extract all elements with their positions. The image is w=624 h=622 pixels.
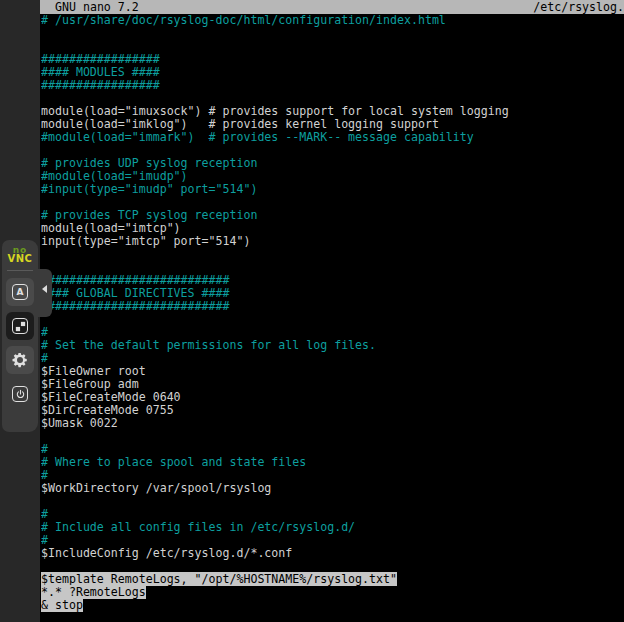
terminal-line: # Set the default permissions for all lo… — [41, 339, 624, 352]
terminal-line: #module(load="immark") # provides --MARK… — [41, 131, 624, 144]
fullscreen-button[interactable] — [6, 312, 34, 340]
settings-button[interactable] — [6, 346, 34, 374]
control-bar-divider — [7, 270, 33, 271]
editor-buffer[interactable]: # /usr/share/doc/rsyslog-doc/html/config… — [41, 14, 624, 622]
power-icon — [12, 386, 28, 402]
fullscreen-icon — [12, 318, 28, 334]
gear-icon — [11, 351, 29, 369]
nano-filename-label: /etc/rsyslog. — [533, 0, 624, 14]
terminal-line: $WorkDirectory /var/spool/rsyslog — [41, 482, 624, 495]
terminal-line — [41, 248, 624, 261]
terminal-line: $IncludeConfig /etc/rsyslog.d/*.conf — [41, 547, 624, 560]
terminal-line: ################# — [41, 79, 624, 92]
nano-version-label: GNU nano 7.2 — [40, 0, 139, 14]
vnc-control-bar: no VNC A — [2, 240, 38, 432]
terminal-line — [41, 430, 624, 443]
nano-titlebar: GNU nano 7.2 /etc/rsyslog. — [40, 0, 624, 14]
terminal-line: # /usr/share/doc/rsyslog-doc/html/config… — [41, 14, 624, 27]
clipboard-button[interactable]: A — [6, 278, 34, 306]
terminal-line: #input(type="imudp" port="514") — [41, 183, 624, 196]
terminal-line: ########################### — [41, 300, 624, 313]
clipboard-icon: A — [12, 284, 28, 300]
terminal-line: & stop — [41, 599, 624, 612]
power-button[interactable] — [6, 380, 34, 408]
terminal-line: # Include all config files in /etc/rsysl… — [41, 521, 624, 534]
terminal-window[interactable]: GNU nano 7.2 /etc/rsyslog. # /usr/share/… — [40, 0, 624, 622]
novnc-logo-vnc: VNC — [8, 254, 33, 263]
terminal-line: $Umask 0022 — [41, 417, 624, 430]
terminal-line: input(type="imtcp" port="514") — [41, 235, 624, 248]
novnc-logo: no VNC — [8, 247, 33, 263]
terminal-line: *.* ?RemoteLogs — [41, 586, 624, 599]
terminal-line — [41, 495, 624, 508]
terminal-line: $DirCreateMode 0755 — [41, 404, 624, 417]
terminal-line — [41, 27, 624, 40]
control-bar-handle[interactable] — [38, 269, 52, 317]
collapse-arrow-icon — [42, 285, 47, 293]
terminal-line — [41, 313, 624, 326]
terminal-line: # Where to place spool and state files — [41, 456, 624, 469]
